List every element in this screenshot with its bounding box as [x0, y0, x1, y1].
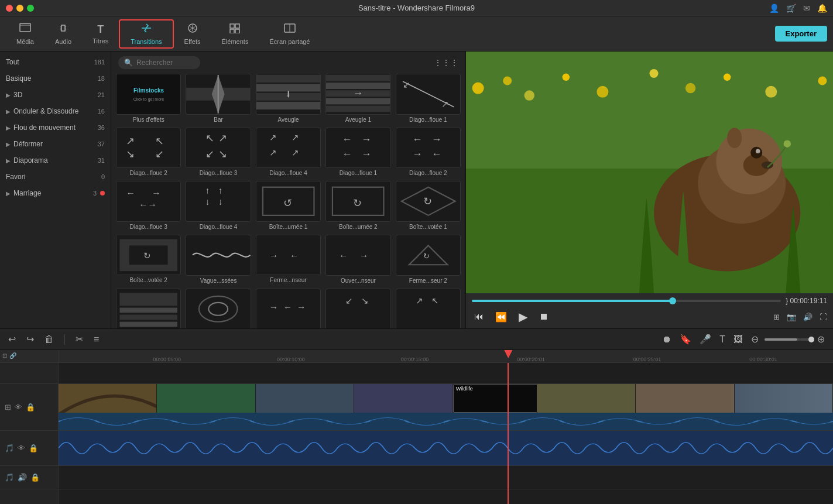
timeline-ruler: 00:00:05:00 00:00:10:00 00:00:15:00 00:0… — [59, 350, 833, 363]
transition-diag4[interactable]: ↗ ↗ ↗ ↗ Diago...floue 4 — [256, 128, 321, 177]
minimize-button[interactable] — [16, 5, 23, 12]
redo-button[interactable]: ↪ — [24, 332, 36, 346]
cut-button[interactable]: ✂ — [73, 332, 85, 346]
transition-thumb-boite2: ↻ — [325, 181, 390, 222]
export-button[interactable]: Exporter — [775, 26, 827, 42]
transition-boite3[interactable]: ↻ Boîte...votée 1 — [396, 181, 461, 230]
sidebar-item-marriage[interactable]: ▶ Marriage 3 — [0, 185, 111, 201]
volume-icon[interactable]: 🔊 — [803, 313, 813, 321]
mic-icon[interactable]: 🎤 — [697, 332, 714, 346]
playhead[interactable] — [508, 363, 509, 504]
snapshot-icon[interactable]: 📷 — [787, 313, 796, 321]
sidebar-item-basique[interactable]: Basique 18 — [0, 70, 111, 87]
transition-diag6[interactable]: ← → → ← Diago...floue 2 — [396, 128, 461, 177]
sidebar-item-flou[interactable]: ▶ Flou de mouvement 36 — [0, 119, 111, 136]
transition-more1[interactable] — [116, 289, 181, 329]
sidebar-item-3d[interactable]: ▶ 3D 21 — [0, 87, 111, 103]
elements-icon — [229, 23, 241, 36]
sidebar-item-favori[interactable]: Favori 0 — [0, 169, 111, 185]
transition-label: Diago...floue 1 — [409, 116, 447, 123]
visibility-icon[interactable]: 👁 — [15, 403, 22, 412]
sidebar-item-deformer[interactable]: ▶ Déformer 37 — [0, 136, 111, 152]
sidebar-item-diaporama[interactable]: ▶ Diaporama 31 — [0, 152, 111, 169]
image-icon[interactable]: 🖼 — [731, 333, 745, 346]
delete-button[interactable]: 🗑 — [42, 333, 56, 346]
notification-icon[interactable]: 🔔 — [817, 4, 827, 13]
film-frame-2 — [157, 384, 255, 413]
transition-more4[interactable]: ↙ ↘ — [325, 289, 390, 329]
music-icon[interactable]: 🎵 — [5, 473, 14, 482]
transition-boite1[interactable]: ↺ Boîte...urnée 1 — [256, 181, 321, 230]
toolbar-elements[interactable]: Éléments — [211, 20, 259, 47]
record-icon[interactable]: ⏺ — [660, 333, 674, 346]
sidebar-item-tout[interactable]: Tout 181 — [0, 54, 111, 70]
close-button[interactable] — [6, 5, 13, 12]
transition-filmstocks[interactable]: Filmstocks Click to get more Plus d'effe… — [116, 74, 181, 123]
audio-visibility-icon[interactable]: 👁 — [18, 444, 25, 452]
transition-label: Ferme...nseur — [270, 277, 306, 283]
toolbar-media[interactable]: Média — [6, 20, 44, 47]
transition-ouvr[interactable]: ← → Ouver...nseur — [325, 235, 390, 284]
main-area: Tout 181 Basique 18 ▶ 3D 21 ▶ Onduler & … — [0, 52, 833, 328]
progress-bar[interactable] — [472, 300, 781, 302]
undo-button[interactable]: ↩ — [6, 332, 18, 346]
lock-icon[interactable]: 🔒 — [26, 403, 35, 412]
audio-lock-icon[interactable]: 🔒 — [29, 444, 38, 452]
svg-text:↘: ↘ — [218, 148, 227, 160]
clip-label-wildlife: Wildlife — [453, 384, 537, 413]
toolbar-audio[interactable]: Audio — [44, 20, 82, 47]
transition-diag2[interactable]: ↗ ↙ ↖ ↘ Diago...floue 2 — [116, 128, 181, 177]
skip-back-button[interactable]: ⏮ — [472, 310, 486, 323]
svg-point-113 — [563, 74, 570, 81]
fullscreen-icon[interactable]: ⛶ — [820, 313, 827, 321]
play-button[interactable]: ▶ — [516, 308, 530, 325]
video-track-icon[interactable]: ⊞ — [5, 403, 11, 412]
zoom-out-icon[interactable]: ⊖ — [749, 332, 761, 346]
transition-ferme2[interactable]: ↻ Ferme...seur 2 — [396, 235, 461, 284]
toolbar-transitions[interactable]: Transitions — [119, 19, 173, 49]
toolbar-ecran[interactable]: Écran partagé — [259, 20, 320, 47]
transition-boite4[interactable]: ↻ Boîte...votée 2 — [116, 235, 181, 284]
transition-diag-floue1[interactable]: ↙ ↗ Diago...floue 1 — [396, 74, 461, 123]
transition-bar[interactable]: Bar — [186, 74, 251, 123]
transition-diag3[interactable]: ↖ ↗ ↙ ↘ Diago...floue 3 — [186, 128, 251, 177]
transition-aveugle[interactable]: ↓ Aveugle — [256, 74, 321, 123]
snap-icon[interactable]: ⊡ — [2, 352, 7, 359]
transition-more3[interactable]: → ← → — [256, 289, 321, 329]
music-sound-icon[interactable]: 🔊 — [18, 473, 27, 482]
transition-diag8[interactable]: ↑ ↑ ↓ ↓ Diago...floue 4 — [186, 181, 251, 230]
cart-icon[interactable]: 🛒 — [786, 4, 796, 13]
transition-more5[interactable]: ↗ ↖ — [396, 289, 461, 329]
bookmark-icon[interactable]: 🔖 — [677, 332, 694, 346]
transition-more2[interactable] — [186, 289, 251, 329]
transition-diag5[interactable]: ← → ← → Diago...floue 1 — [325, 128, 390, 177]
search-input-wrap[interactable]: 🔍 — [118, 56, 200, 69]
audio-track-icon[interactable]: 🎵 — [5, 444, 14, 452]
transition-diag7[interactable]: ← → ←→ Diago...floue 3 — [116, 181, 181, 230]
zoom-slider[interactable] — [765, 338, 811, 341]
grid-view-icon[interactable]: ⋮⋮⋮ — [434, 58, 458, 67]
zoom-in-icon[interactable]: ⊕ — [815, 332, 827, 346]
transition-aveugle1[interactable]: → Aveugle 1 — [325, 74, 390, 123]
sidebar-item-onduler[interactable]: ▶ Onduler & Dissoudre 16 — [0, 103, 111, 119]
progress-handle[interactable] — [669, 297, 676, 304]
link-icon[interactable]: 🔗 — [9, 352, 16, 359]
transition-ferme1[interactable]: → ← Ferme...nseur — [256, 235, 321, 284]
toolbar-effets[interactable]: Effets — [174, 20, 211, 47]
transition-label: Diago...floue 2 — [409, 170, 447, 176]
ruler-mark-30: 00:00:30:01 — [749, 356, 777, 362]
maximize-button[interactable] — [27, 5, 34, 12]
profile-icon[interactable]: 👤 — [769, 4, 779, 13]
adjust-button[interactable]: ≡ — [91, 333, 101, 346]
stop-button[interactable]: ⏹ — [537, 310, 551, 323]
search-input[interactable] — [136, 59, 194, 67]
toolbar-titres[interactable]: T Titres — [82, 21, 119, 47]
transition-vague[interactable]: Vague...ssées — [186, 235, 251, 284]
video-clip-strip[interactable]: Wildlife — [59, 384, 833, 413]
transition-boite2[interactable]: ↻ Boîte...urnée 2 — [325, 181, 390, 230]
mail-icon[interactable]: ✉ — [803, 4, 810, 13]
music-lock-icon[interactable]: 🔒 — [30, 473, 40, 482]
text-icon[interactable]: T — [717, 333, 728, 346]
screen-mode-icon[interactable]: ⊞ — [773, 313, 780, 321]
step-back-button[interactable]: ⏪ — [493, 310, 509, 324]
